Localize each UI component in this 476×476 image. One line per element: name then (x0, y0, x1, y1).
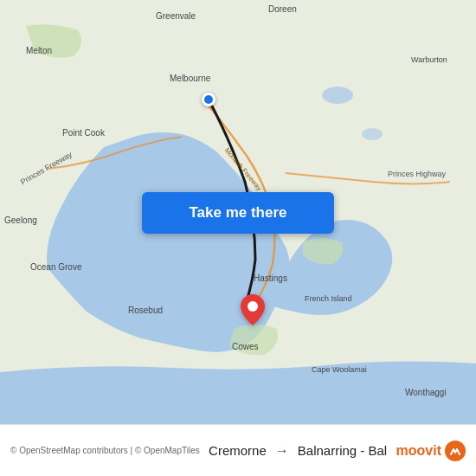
svg-text:Wonthaggi: Wonthaggi (405, 388, 447, 397)
svg-text:Geelong: Geelong (4, 215, 37, 225)
svg-text:Cape Woolamai: Cape Woolamai (312, 365, 367, 374)
marker-balnarring (241, 294, 265, 329)
svg-text:Princes Highway: Princes Highway (388, 170, 447, 178)
svg-text:Doreen: Doreen (268, 4, 297, 14)
marker-melbourne (202, 93, 215, 106)
svg-text:Point Cook: Point Cook (62, 128, 106, 138)
svg-text:French Island: French Island (305, 294, 352, 303)
moovit-brand-icon (445, 441, 466, 461)
route-from: Cremorne (209, 443, 267, 458)
route-to: Balnarring - Bal (298, 443, 387, 458)
svg-text:Cowes: Cowes (232, 342, 259, 351)
svg-text:Melbourne: Melbourne (170, 74, 211, 83)
moovit-brand-name: moovit (396, 443, 441, 459)
svg-point-3 (61, 237, 78, 248)
route-arrow: → (275, 443, 289, 459)
svg-text:Warburton: Warburton (411, 55, 447, 64)
map-container: Doreen Greenvale Melton Melbourne Warbur… (0, 0, 476, 424)
bottom-bar: © OpenStreetMap contributors | © OpenMap… (0, 424, 476, 476)
svg-text:Greenvale: Greenvale (156, 11, 196, 21)
svg-point-1 (322, 87, 353, 104)
svg-text:Ocean Grove: Ocean Grove (30, 262, 82, 272)
svg-point-21 (248, 301, 258, 312)
svg-point-2 (362, 128, 383, 140)
svg-text:Hastings: Hastings (254, 273, 287, 283)
route-info: Cremorne → Balnarring - Bal (207, 443, 389, 459)
svg-text:Melton: Melton (26, 46, 52, 55)
map-attribution: © OpenStreetMap contributors | © OpenMap… (10, 446, 200, 455)
moovit-logo: moovit (396, 441, 466, 461)
take-me-there-button[interactable]: Take me there (142, 192, 334, 234)
svg-text:Rosebud: Rosebud (128, 306, 163, 315)
